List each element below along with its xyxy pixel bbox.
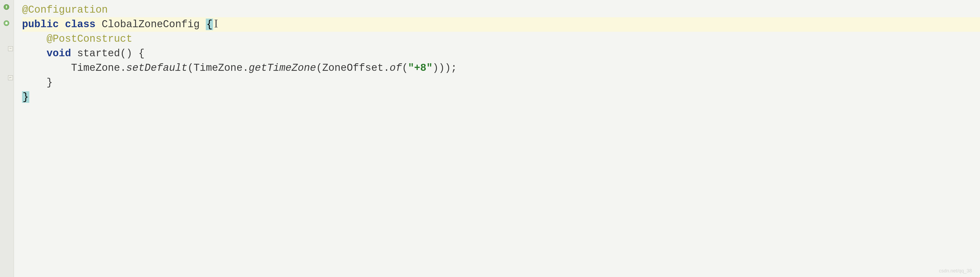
editor-gutter: − ⌐ bbox=[0, 0, 14, 277]
method-name-started: started bbox=[77, 48, 120, 59]
fold-minus-icon[interactable]: − bbox=[8, 46, 13, 51]
fold-bracket-icon[interactable]: ⌐ bbox=[8, 75, 13, 80]
gutter-config-icon[interactable] bbox=[2, 3, 11, 11]
keyword-public: public bbox=[22, 19, 59, 30]
zoneoffset-class: ZoneOffset bbox=[322, 62, 383, 74]
method-parens: () bbox=[120, 48, 132, 59]
code-line-7: } bbox=[22, 90, 980, 104]
text-cursor-icon: I bbox=[214, 17, 215, 29]
matching-brace-close: } bbox=[22, 91, 29, 103]
svg-point-2 bbox=[5, 22, 8, 24]
gutter-bean-icon[interactable] bbox=[2, 19, 11, 27]
code-line-3: @PostConstruct bbox=[22, 32, 980, 46]
code-line-6: } bbox=[22, 75, 980, 90]
code-line-1: @Configuration bbox=[22, 3, 980, 17]
of-method: of bbox=[390, 62, 402, 74]
setdefault-method: setDefault bbox=[126, 62, 188, 74]
gettimezone-method: getTimeZone bbox=[249, 62, 316, 74]
watermark-text: csdn.net/qq_38 bbox=[939, 268, 972, 274]
keyword-class: class bbox=[65, 19, 95, 30]
code-editor[interactable]: @Configuration public class ClobalZoneCo… bbox=[14, 0, 980, 277]
code-line-2: public class ClobalZoneConfig { bbox=[22, 17, 980, 32]
timezone-class-2: TimeZone bbox=[194, 62, 243, 74]
keyword-void: void bbox=[46, 48, 71, 59]
brace-close: } bbox=[46, 77, 52, 88]
brace: { bbox=[138, 48, 145, 59]
annotation-configuration: @Configuration bbox=[22, 4, 108, 16]
closing-parens: ))); bbox=[433, 62, 457, 74]
matching-brace-open: { bbox=[206, 19, 213, 30]
string-literal: "+8" bbox=[408, 62, 433, 74]
annotation-postconstruct: @PostConstruct bbox=[46, 33, 132, 45]
class-name: ClobalZoneConfig bbox=[102, 19, 200, 30]
code-line-4: void started() { bbox=[22, 46, 980, 61]
timezone-class: TimeZone bbox=[71, 62, 120, 74]
code-line-5: TimeZone.setDefault(TimeZone.getTimeZone… bbox=[22, 61, 980, 75]
